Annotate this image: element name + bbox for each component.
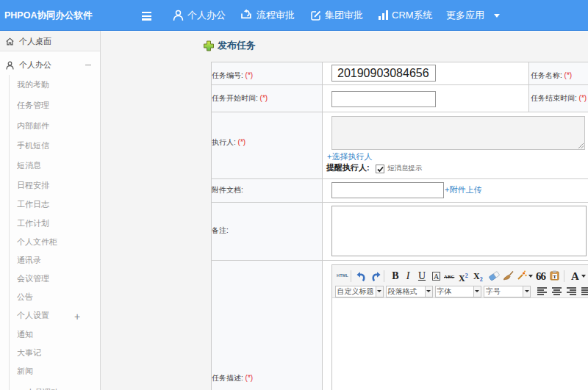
svg-text:T: T (553, 274, 556, 280)
